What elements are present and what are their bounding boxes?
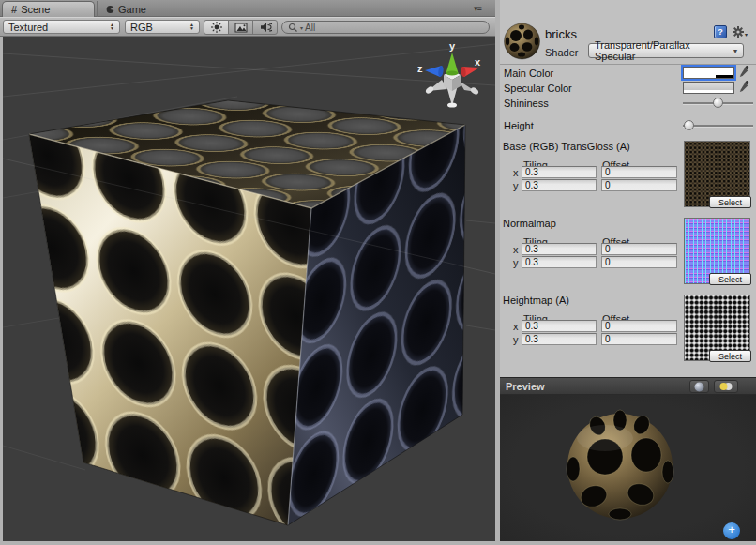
search-filter-arrow-icon[interactable]: ▾ [300,24,303,31]
gizmo-x-axis[interactable] [461,67,479,78]
preview-area[interactable]: + [500,395,756,541]
main-color-swatch[interactable] [683,67,734,79]
tiling-x-field[interactable]: 0.3 [522,243,597,255]
scene-tabstrip: # Scene Game ▾≡ [0,0,495,17]
render-mode-value: Textured [8,22,48,33]
tiling-x-field[interactable]: 0.3 [522,320,597,332]
offset-x-field[interactable]: 0 [601,243,677,255]
speaker-icon [259,22,272,33]
add-button[interactable]: + [723,522,740,539]
alpha-bar [684,75,733,78]
specular-color-swatch[interactable] [683,82,734,94]
height-slider[interactable] [683,120,753,131]
scene-panel-menu-icon[interactable]: ▾≡ [474,4,481,13]
tiling-x-field[interactable]: 0.3 [522,166,597,178]
y-row-label: y [513,334,519,345]
preview-header[interactable]: Preview [500,377,756,395]
alpha-bar [684,90,733,93]
tiling-y-field[interactable]: 0.3 [522,256,597,268]
map-title: Normalmap [503,218,556,229]
map-title: Base (RGB) TransGloss (A) [503,141,630,152]
material-name: bricks [545,27,577,41]
gizmo-y-axis[interactable] [446,53,459,76]
tiling-y-field[interactable]: 0.3 [522,179,597,191]
gear-icon [732,25,745,38]
shininess-label: Shininess [504,98,549,109]
select-button[interactable]: Select [709,273,751,285]
gizmo-y-label: y [449,40,456,52]
inspector-panel: bricks Shader Transparent/Parallax Specu… [500,0,756,541]
specular-color-label: Specular Color [504,83,572,94]
game-icon [106,5,114,14]
offset-y-field[interactable]: 0 [601,256,677,268]
y-row-label: y [513,257,519,268]
window-bottom-border [0,541,756,545]
search-icon [288,23,298,33]
chevron-down-icon: ▾ [733,47,737,55]
shininess-slider[interactable] [683,98,753,109]
settings-button[interactable]: ▾ [732,25,748,38]
x-row-label: x [513,321,519,332]
height-label: Height [504,120,534,131]
shader-label: Shader [545,47,578,58]
double-arrow-icon: ▲▼ [110,23,114,30]
offset-x-field[interactable]: 0 [601,166,677,178]
eyedropper-icon[interactable] [738,81,749,94]
tab-scene-label: Scene [21,4,50,15]
unity-editor-window: # Scene Game ▾≡ Textured ▲▼ RGB ▲▼ [0,0,756,545]
gizmo-x-label: x [475,56,481,68]
help-button[interactable]: ? [714,25,727,38]
slider-knob[interactable] [684,120,694,130]
lighting-toggle-button[interactable] [204,20,229,35]
sphere-icon [694,382,704,392]
double-arrow-icon: ▲▼ [189,23,194,30]
material-preview-ball [503,22,541,60]
select-button[interactable]: Select [709,350,751,362]
color-channel-dropdown[interactable]: RGB ▲▼ [125,20,200,34]
main-color-label: Main Color [504,68,553,79]
scene-search-field[interactable]: ▾ All [281,21,490,34]
scene-toolbar: Textured ▲▼ RGB ▲▼ [0,17,495,37]
offset-y-field[interactable]: 0 [601,179,677,191]
help-icon: ? [718,27,723,37]
map-section-base: Base (RGB) TransGloss (A) Tiling Offset … [500,139,756,216]
scene-viewport[interactable]: y z x [3,37,495,541]
scene-gizmo[interactable]: y z x [417,40,481,108]
chevron-down-icon: ▾ [745,31,748,38]
map-title: Heightmap (A) [503,295,569,306]
preview-sphere-render [500,395,756,541]
cube-object[interactable] [3,100,495,525]
preview-light-button[interactable] [714,380,738,393]
search-text: All [305,23,315,33]
gizmo-z-label: z [417,63,423,74]
map-section-height: Heightmap (A) Tiling Offset x y 0.3 0 0.… [500,293,756,370]
map-section-normal: Normalmap Tiling Offset x y 0.3 0 0.3 0 … [500,216,756,293]
shader-value: Transparent/Parallax Specular [595,39,733,62]
y-row-label: y [513,180,519,191]
render-mode-dropdown[interactable]: Textured ▲▼ [3,20,120,34]
slider-knob[interactable] [713,98,723,108]
grid-icon: # [11,4,17,15]
eyedropper-icon[interactable] [738,66,749,79]
tab-game[interactable]: Game [97,1,155,17]
offset-y-field[interactable]: 0 [601,333,677,345]
image-icon [234,23,248,33]
color-channel-value: RGB [130,22,153,33]
divider [500,64,756,65]
tiling-y-field[interactable]: 0.3 [522,333,597,345]
tab-game-label: Game [118,4,146,15]
offset-x-field[interactable]: 0 [601,320,677,332]
plus-icon: + [728,522,735,537]
preview-title: Preview [506,381,545,392]
shader-dropdown[interactable]: Transparent/Parallax Specular ▾ [588,43,744,58]
preview-shape-button[interactable] [689,380,709,393]
x-row-label: x [513,167,519,178]
sun-icon [210,21,223,34]
game-overlay-toggle-button[interactable] [228,20,253,35]
tab-scene[interactable]: # Scene [2,1,95,17]
audio-toggle-button[interactable] [252,20,278,35]
scene-3d-render: y z x [3,37,495,541]
gizmo-z-axis[interactable] [425,66,444,78]
x-row-label: x [513,244,519,255]
select-button[interactable]: Select [709,196,751,208]
